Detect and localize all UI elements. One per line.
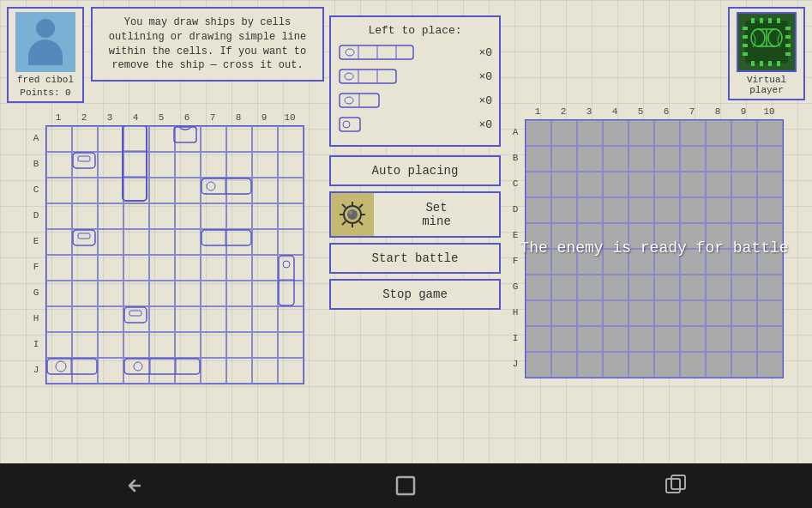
player-cell[interactable]: [252, 152, 278, 178]
player-cell[interactable]: [175, 229, 201, 255]
enemy-cell[interactable]: [731, 326, 757, 352]
enemy-cell[interactable]: [629, 120, 654, 146]
enemy-cell[interactable]: [526, 197, 551, 223]
enemy-cell[interactable]: [680, 197, 706, 223]
enemy-cell[interactable]: [757, 300, 783, 326]
player-cell[interactable]: [46, 255, 72, 281]
player-cell[interactable]: [252, 229, 278, 255]
enemy-cell[interactable]: [731, 172, 757, 197]
enemy-cell[interactable]: [706, 249, 731, 275]
player-cell[interactable]: [201, 281, 226, 306]
enemy-cell[interactable]: [526, 249, 551, 275]
enemy-cell[interactable]: [551, 326, 577, 352]
player-cell[interactable]: [72, 126, 98, 152]
enemy-cell[interactable]: [526, 120, 551, 146]
recents-button[interactable]: [655, 469, 698, 503]
enemy-cell[interactable]: [757, 249, 783, 275]
player-cell[interactable]: [175, 255, 201, 281]
enemy-cell[interactable]: [603, 223, 629, 249]
enemy-grid[interactable]: [525, 119, 784, 378]
enemy-cell[interactable]: [706, 146, 731, 172]
enemy-cell[interactable]: [526, 223, 551, 249]
player-cell[interactable]: [46, 229, 72, 255]
enemy-cell[interactable]: [654, 300, 680, 326]
player-cell[interactable]: [72, 152, 98, 178]
enemy-cell[interactable]: [706, 326, 731, 352]
enemy-cell[interactable]: [551, 197, 577, 223]
enemy-cell[interactable]: [757, 352, 783, 378]
enemy-cell[interactable]: [680, 300, 706, 326]
player-cell[interactable]: [252, 126, 278, 152]
player-cell[interactable]: [252, 306, 278, 332]
enemy-cell[interactable]: [731, 120, 757, 146]
enemy-cell[interactable]: [654, 249, 680, 275]
player-cell[interactable]: [226, 306, 252, 332]
player-cell[interactable]: [226, 281, 252, 306]
enemy-cell[interactable]: [603, 197, 629, 223]
enemy-cell[interactable]: [757, 223, 783, 249]
player-cell[interactable]: [201, 332, 226, 358]
enemy-cell[interactable]: [706, 197, 731, 223]
enemy-cell[interactable]: [526, 352, 551, 378]
player-cell[interactable]: [278, 178, 304, 203]
enemy-cell[interactable]: [629, 249, 654, 275]
player-cell[interactable]: [175, 203, 201, 229]
enemy-cell[interactable]: [757, 120, 783, 146]
player-cell[interactable]: [175, 152, 201, 178]
auto-placing-button[interactable]: Auto placing: [329, 155, 501, 186]
enemy-cell[interactable]: [680, 172, 706, 197]
enemy-cell[interactable]: [731, 352, 757, 378]
player-cell[interactable]: [98, 203, 123, 229]
player-cell[interactable]: [123, 358, 149, 384]
player-cell[interactable]: [123, 203, 149, 229]
player-cell[interactable]: [278, 306, 304, 332]
enemy-cell[interactable]: [603, 352, 629, 378]
enemy-cell[interactable]: [603, 249, 629, 275]
enemy-cell[interactable]: [603, 172, 629, 197]
player-cell[interactable]: [226, 358, 252, 384]
player-cell[interactable]: [149, 152, 175, 178]
enemy-cell[interactable]: [629, 197, 654, 223]
player-cell[interactable]: [252, 178, 278, 203]
player-cell[interactable]: [252, 358, 278, 384]
enemy-cell[interactable]: [680, 120, 706, 146]
stop-game-button[interactable]: Stop game: [329, 279, 501, 310]
enemy-cell[interactable]: [629, 223, 654, 249]
enemy-cell[interactable]: [731, 300, 757, 326]
set-mine-row[interactable]: Setmine: [329, 191, 501, 238]
player-cell[interactable]: [123, 229, 149, 255]
enemy-cell[interactable]: [680, 326, 706, 352]
enemy-cell[interactable]: [577, 275, 603, 300]
player-cell[interactable]: [72, 358, 98, 384]
player-cell[interactable]: [149, 126, 175, 152]
enemy-cell[interactable]: [577, 172, 603, 197]
player-cell[interactable]: [98, 152, 123, 178]
player-cell[interactable]: [226, 126, 252, 152]
player-cell[interactable]: [226, 229, 252, 255]
player-cell[interactable]: [175, 178, 201, 203]
enemy-cell[interactable]: [757, 275, 783, 300]
player-cell[interactable]: [201, 126, 226, 152]
player-cell[interactable]: [149, 332, 175, 358]
player-cell[interactable]: [278, 203, 304, 229]
player-cell[interactable]: [98, 178, 123, 203]
enemy-cell[interactable]: [731, 249, 757, 275]
enemy-cell[interactable]: [551, 120, 577, 146]
player-cell[interactable]: [98, 126, 123, 152]
player-cell[interactable]: [98, 332, 123, 358]
enemy-cell[interactable]: [706, 223, 731, 249]
enemy-cell[interactable]: [526, 300, 551, 326]
enemy-cell[interactable]: [680, 146, 706, 172]
enemy-cell[interactable]: [603, 300, 629, 326]
enemy-cell[interactable]: [706, 300, 731, 326]
player-grid[interactable]: [45, 125, 304, 384]
player-cell[interactable]: [226, 203, 252, 229]
enemy-cell[interactable]: [603, 275, 629, 300]
player-cell[interactable]: [278, 332, 304, 358]
enemy-cell[interactable]: [526, 326, 551, 352]
enemy-cell[interactable]: [629, 146, 654, 172]
player-cell[interactable]: [201, 152, 226, 178]
player-cell[interactable]: [278, 152, 304, 178]
player-cell[interactable]: [149, 358, 175, 384]
enemy-cell[interactable]: [577, 326, 603, 352]
